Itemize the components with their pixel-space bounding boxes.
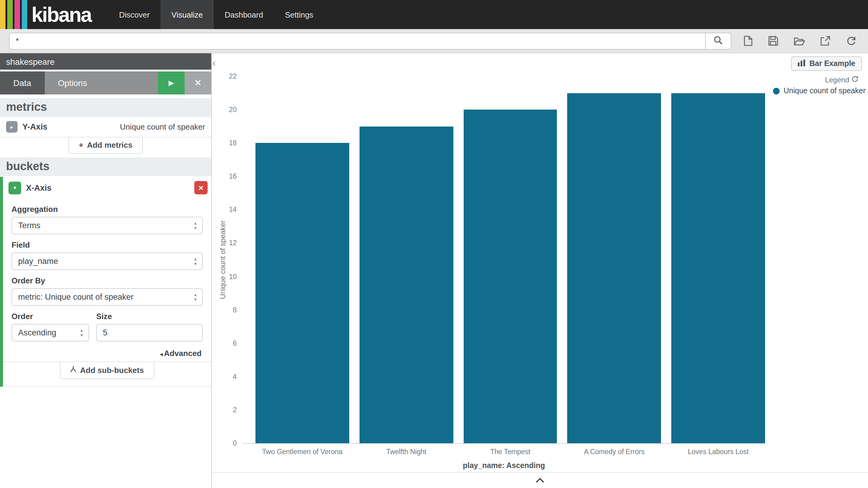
field-select[interactable]: play_name ▲▼ — [11, 252, 203, 270]
nav-item-visualize[interactable]: Visualize — [161, 0, 214, 29]
remove-bucket-button[interactable]: × — [194, 181, 208, 194]
add-metrics-row: + Add metrics — [0, 137, 211, 154]
chevron-down-icon: ▾ — [13, 185, 16, 191]
save-visualization-icon[interactable] — [768, 36, 778, 46]
x-axis-bucket-editor: ▾ X-Axis × Aggregation Terms ▲▼ Field pl… — [0, 177, 211, 387]
x-axis-collapse-button[interactable]: ▾ — [8, 181, 21, 194]
y-tick-label: 22 — [216, 73, 237, 80]
y-tick-label: 6 — [216, 339, 237, 347]
order-select[interactable]: Ascending ▲▼ — [11, 324, 89, 341]
add-sub-buckets-label: Add sub-buckets — [80, 365, 144, 374]
x-tick-label: The Tempest — [463, 448, 557, 455]
nav-item-dashboard[interactable]: Dashboard — [214, 0, 274, 29]
bar[interactable] — [463, 110, 557, 443]
nav-items: DiscoverVisualizeDashboardSettings — [108, 0, 324, 29]
field-label: Field — [11, 240, 203, 249]
y-tick-label: 2 — [216, 406, 237, 414]
fork-icon — [70, 365, 76, 375]
spy-panel-bar — [212, 472, 868, 488]
x-axis-label: X-Axis — [26, 183, 52, 192]
size-input[interactable] — [96, 324, 203, 341]
main-content: shakespeare Data Options ▶ ✕ metrics ▸ Y… — [0, 53, 868, 488]
nav-item-discover[interactable]: Discover — [108, 0, 160, 29]
share-visualization-icon[interactable] — [820, 36, 831, 46]
legend-item[interactable]: Unique count of speaker — [773, 87, 866, 95]
nav-item-settings[interactable]: Settings — [274, 0, 324, 29]
y-tick-label: 12 — [216, 240, 237, 247]
open-spy-panel-button[interactable] — [523, 473, 557, 488]
buckets-section-heading: buckets — [0, 157, 211, 176]
advanced-label: Advanced — [164, 349, 202, 358]
play-icon: ▶ — [168, 79, 174, 87]
x-tick-label: Two Gentlemen of Verona — [255, 448, 349, 455]
index-pattern-header: shakespeare — [0, 53, 211, 70]
select-stepper-icon: ▲▼ — [80, 328, 84, 338]
editor-tabs: Data Options ▶ ✕ — [0, 71, 211, 94]
add-metrics-button[interactable]: + Add metrics — [68, 138, 143, 154]
aggregation-label: Aggregation — [11, 205, 203, 214]
x-labels: Two Gentlemen of VeronaTwelfth NightThe … — [243, 448, 765, 455]
order-label: Order — [11, 312, 89, 321]
load-visualization-icon[interactable] — [794, 36, 805, 46]
y-axis-title: Unique count of speaker — [218, 76, 227, 443]
collapse-sidebar-button[interactable]: ‹ — [213, 58, 216, 68]
new-visualization-icon[interactable] — [743, 35, 753, 47]
y-axis-label: Y-Axis — [22, 122, 48, 131]
legend-label: Legend — [825, 76, 849, 84]
x-tick-label: Twelfth Night — [360, 448, 453, 455]
chevron-left-icon: ‹ — [213, 58, 216, 68]
bar[interactable] — [360, 126, 453, 443]
kibana-logo: kibana — [0, 0, 108, 29]
bar[interactable] — [567, 93, 661, 443]
triangle-left-icon: ◂ — [160, 351, 163, 357]
discard-changes-button[interactable]: ✕ — [185, 71, 211, 94]
brand-title: kibana — [31, 1, 91, 28]
order-value: Ascending — [18, 328, 56, 337]
add-metrics-label: Add metrics — [87, 141, 132, 150]
advanced-toggle[interactable]: ◂Advanced — [13, 349, 202, 358]
y-tick-label: 8 — [216, 306, 237, 313]
order-by-label: Order By — [11, 276, 203, 285]
bar[interactable] — [255, 143, 349, 443]
plot-area: Unique count of speaker 0246810121416182… — [243, 76, 765, 444]
field-value: play_name — [18, 257, 58, 266]
y-tick-label: 10 — [216, 273, 237, 280]
bar[interactable] — [671, 93, 765, 443]
aggregation-select[interactable]: Terms ▲▼ — [11, 217, 203, 234]
kibana-logo-stripes-icon — [0, 0, 27, 29]
select-stepper-icon: ▲▼ — [193, 257, 197, 266]
y-tick-label: 0 — [216, 439, 237, 447]
app: kibana DiscoverVisualizeDashboardSetting… — [0, 0, 868, 488]
chevron-right-icon: ▸ — [10, 124, 13, 130]
refresh-icon[interactable] — [846, 36, 857, 46]
bar-chart-icon — [798, 59, 806, 68]
select-stepper-icon: ▲▼ — [193, 221, 197, 231]
legend-toggle[interactable]: Legend — [825, 76, 858, 84]
visualization-name-button[interactable]: Bar Example — [792, 56, 862, 71]
vis-toolbar — [743, 35, 857, 47]
order-by-value: metric: Unique count of speaker — [18, 293, 133, 302]
tab-data[interactable]: Data — [0, 71, 44, 94]
search-input[interactable] — [9, 32, 706, 49]
tab-options[interactable]: Options — [44, 71, 100, 94]
order-size-row: Order Ascending ▲▼ Size — [11, 306, 203, 341]
y-tick-label: 18 — [216, 139, 237, 147]
search-button[interactable] — [705, 32, 731, 49]
query-bar — [0, 29, 868, 53]
add-sub-buckets-button[interactable]: Add sub-buckets — [60, 362, 154, 379]
metrics-section-heading: metrics — [0, 98, 211, 117]
y-axis-metric-row: ▸ Y-Axis Unique count of speaker — [0, 117, 211, 137]
select-stepper-icon: ▲▼ — [193, 293, 197, 302]
visualization-panel: ‹ Bar Example Legend Unique count of spe… — [212, 53, 868, 488]
y-axis-expand-button[interactable]: ▸ — [6, 121, 18, 132]
bars — [243, 76, 765, 443]
x-axis-title: play_name: Ascending — [243, 461, 765, 470]
y-tick-label: 20 — [216, 106, 237, 113]
apply-changes-button[interactable]: ▶ — [158, 71, 185, 94]
order-by-select[interactable]: metric: Unique count of speaker ▲▼ — [11, 288, 203, 306]
search-icon — [713, 35, 723, 47]
add-sub-buckets-row: Add sub-buckets — [3, 362, 211, 379]
x-tick-label: A Comedy of Errors — [567, 448, 661, 455]
y-tick-label: 4 — [216, 373, 237, 380]
x-axis-header: ▾ X-Axis × — [3, 177, 211, 199]
